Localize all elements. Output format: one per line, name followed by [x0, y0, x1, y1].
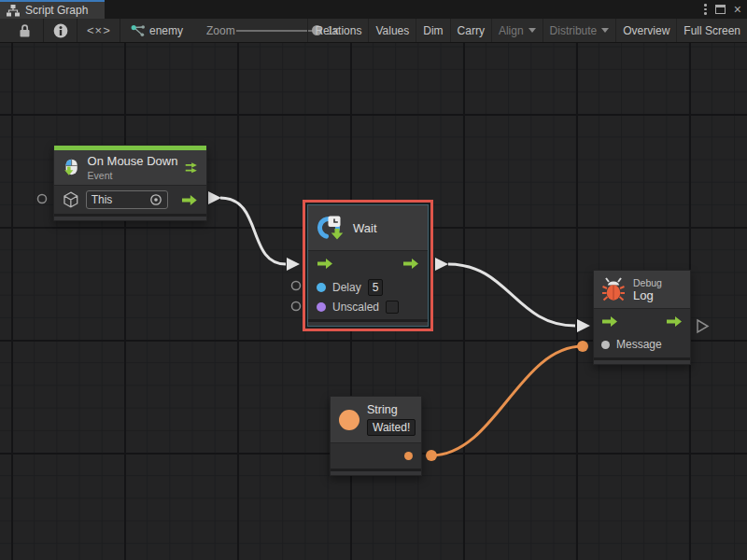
node-title: Log: [633, 288, 683, 302]
node-wait[interactable]: Wait Delay 5 Unscaled: [307, 204, 429, 327]
wire-end-arrow[interactable]: [577, 319, 590, 332]
node-debug-log[interactable]: Debug Log Message: [593, 270, 691, 365]
string-value-field[interactable]: Waited!: [367, 419, 416, 436]
bug-icon: [601, 276, 626, 302]
unconnected-port-circle[interactable]: [38, 195, 47, 203]
message-label: Message: [616, 338, 662, 351]
node-footer: [331, 469, 421, 475]
message-port[interactable]: [601, 341, 610, 349]
timer-icon: [317, 214, 345, 242]
node-footer: [308, 319, 428, 326]
delay-label: Delay: [332, 281, 361, 294]
wire-source-arrow[interactable]: [208, 191, 221, 204]
node-title: String: [367, 403, 416, 416]
unscaled-port[interactable]: [317, 302, 326, 312]
wire-source-dot[interactable]: [426, 450, 437, 461]
node-string[interactable]: String Waited!: [330, 396, 422, 476]
unscaled-checkbox[interactable]: [386, 301, 399, 314]
unconnected-flow-triangle[interactable]: [698, 320, 708, 332]
script-graph-window: Script Graph × <×>: [0, 0, 747, 560]
node-on-mouse-down[interactable]: On Mouse Down Event This: [53, 145, 207, 221]
node-title: Wait: [353, 221, 377, 235]
wire-string-to-message[interactable]: [431, 346, 583, 455]
flow-out-arrow-icon[interactable]: [402, 258, 419, 270]
object-picker-icon[interactable]: [149, 193, 162, 206]
target-field[interactable]: This: [86, 190, 169, 209]
flow-out-arrow-icon[interactable]: [666, 315, 683, 328]
node-title: On Mouse Down: [88, 154, 178, 168]
node-footer: [594, 357, 690, 364]
wire-end-dot[interactable]: [577, 341, 588, 352]
delay-port[interactable]: [317, 283, 326, 292]
flow-arrow-icon[interactable]: [181, 194, 198, 206]
unconnected-port-circle[interactable]: [292, 282, 301, 290]
node-category: Debug: [633, 277, 683, 288]
delay-value-field[interactable]: 5: [368, 279, 384, 296]
wire-end-arrow[interactable]: [287, 258, 300, 271]
flow-double-arrow-icon[interactable]: [185, 161, 198, 175]
unconnected-port-circle[interactable]: [292, 302, 301, 311]
flow-in-arrow-icon[interactable]: [317, 258, 333, 270]
wire-source-arrow[interactable]: [435, 258, 448, 271]
wire-mousedown-to-wait[interactable]: [220, 198, 286, 264]
mouse-icon: [63, 155, 80, 181]
flow-in-arrow-icon[interactable]: [601, 315, 618, 328]
gameobject-cube-icon: [63, 191, 79, 208]
string-output-port[interactable]: [404, 452, 413, 460]
node-subtitle: Event: [88, 170, 178, 181]
unscaled-label: Unscaled: [332, 301, 379, 314]
node-footer: [54, 214, 206, 220]
wire-wait-to-log[interactable]: [448, 264, 575, 326]
string-type-icon: [339, 410, 359, 430]
